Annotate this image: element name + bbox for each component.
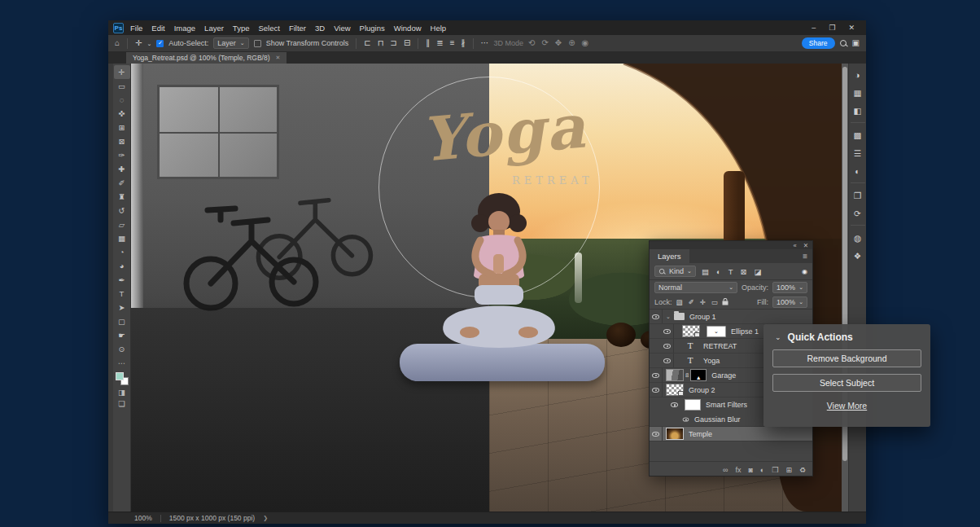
clone-stamp-tool[interactable]: ♜ <box>114 190 130 204</box>
align-left-edges-icon[interactable]: ⊏ <box>364 39 370 47</box>
crop-tool[interactable]: ⊞ <box>114 121 130 134</box>
brush-tool[interactable]: ✐ <box>114 176 130 190</box>
foreground-color-swatch[interactable] <box>116 372 124 380</box>
auto-select-checkbox[interactable]: ✓ <box>156 40 164 47</box>
new-layer-icon[interactable]: ⊞ <box>785 466 792 474</box>
filter-adjustment-layers-icon[interactable]: ◐ <box>716 267 721 276</box>
gradients-panel-icon[interactable]: ◧ <box>851 104 865 117</box>
pen-tool[interactable]: ✒ <box>114 273 130 287</box>
camera-3d-icon[interactable]: ◉ <box>582 39 589 47</box>
view-more-link[interactable]: View More <box>763 401 930 411</box>
properties-panel-icon[interactable]: ☰ <box>851 147 865 160</box>
smart-filter-mask-thumbnail[interactable] <box>685 399 701 411</box>
swatches-panel-icon[interactable]: ▦ <box>851 86 865 99</box>
layer-mask-thumbnail[interactable]: ▲ <box>690 369 707 381</box>
layer-row-temple[interactable]: Temple <box>650 427 812 441</box>
libraries-panel-icon[interactable]: ❐ <box>851 182 865 202</box>
minimize-button[interactable]: – <box>812 24 816 32</box>
delete-layer-icon[interactable]: ♻ <box>799 466 806 474</box>
image-layer-thumbnail[interactable] <box>666 428 684 440</box>
close-panel-icon[interactable]: ✕ <box>803 242 808 249</box>
filter-smart-objects-icon[interactable]: ◪ <box>754 267 761 276</box>
dodge-tool[interactable]: ◕ <box>114 259 130 273</box>
color-panel-icon[interactable]: ◑ <box>851 68 865 81</box>
menu-item[interactable]: 3D <box>315 24 325 33</box>
slide-3d-icon[interactable]: ⊕ <box>568 39 575 47</box>
hand-tool[interactable]: ☛ <box>114 328 130 342</box>
auto-select-target-dropdown[interactable]: Layer ⌄ <box>213 37 248 49</box>
status-chevron-icon[interactable]: ❯ <box>263 515 268 521</box>
menu-item[interactable]: Edit <box>151 24 164 33</box>
marquee-tool[interactable]: ▭ <box>114 79 130 93</box>
eyedropper-tool[interactable]: ✑ <box>114 148 130 162</box>
menu-item[interactable]: Select <box>258 24 279 33</box>
image-layer-thumbnail[interactable] <box>666 369 684 381</box>
lock-transparent-pixels-icon[interactable]: ▨ <box>676 298 683 306</box>
menu-item[interactable]: Window <box>394 24 422 33</box>
vertical-scrollbar[interactable] <box>842 64 848 512</box>
screen-mode-icon[interactable]: ❏ <box>118 399 125 408</box>
layer-style-icon[interactable]: fx <box>735 466 741 474</box>
menu-item[interactable]: Type <box>233 24 250 33</box>
link-layers-icon[interactable]: ∞ <box>723 466 728 474</box>
type-layer-thumbnail[interactable]: T <box>682 356 698 365</box>
vector-mask-thumbnail[interactable]: ⌄ <box>707 326 726 337</box>
menu-item[interactable]: Image <box>174 24 195 33</box>
distribute-horizontal-icon[interactable]: ∥ <box>426 39 430 47</box>
move-tool[interactable]: ✛ <box>114 65 130 79</box>
color-swatches[interactable] <box>116 372 129 385</box>
shape-layer-thumbnail[interactable] <box>682 325 700 337</box>
smart-object-thumbnail[interactable] <box>666 384 684 396</box>
quick-mask-icon[interactable]: ◨ <box>118 388 125 397</box>
workspace-icon[interactable]: ▣ <box>852 39 860 47</box>
pan-3d-icon[interactable]: ✥ <box>555 39 562 47</box>
edit-toolbar-button[interactable]: ⋯ <box>114 356 130 370</box>
lock-position-icon[interactable]: ✛ <box>700 298 706 306</box>
path-selection-tool[interactable]: ➤ <box>114 301 130 314</box>
distribute-centers-icon[interactable]: ≣ <box>436 39 443 47</box>
close-button[interactable]: ✕ <box>848 24 855 32</box>
align-top-edges-icon[interactable]: ⊟ <box>404 39 410 47</box>
collapse-panel-icon[interactable]: « <box>794 242 797 249</box>
menu-item[interactable]: File <box>130 24 142 33</box>
shape-tool[interactable]: ▢ <box>114 314 130 328</box>
layer-row-group-1[interactable]: ⌄ Group 1 <box>650 310 812 324</box>
patterns-panel-icon[interactable]: ▩ <box>851 122 865 142</box>
filter-toggle-icon[interactable]: ◉ <box>802 268 807 275</box>
zoom-level[interactable]: 100% <box>134 514 152 522</box>
layers-tab[interactable]: Layers <box>650 249 689 263</box>
mask-link-icon[interactable]: 8 <box>685 371 689 379</box>
history-brush-tool[interactable]: ↺ <box>114 204 130 217</box>
fill-value-dropdown[interactable]: 100% ⌄ <box>772 296 807 308</box>
chevron-down-icon[interactable]: ⌄ <box>147 41 151 46</box>
gradient-tool[interactable]: ▦ <box>114 231 130 245</box>
blur-tool[interactable]: ◔ <box>114 245 130 259</box>
eraser-tool[interactable]: ▱ <box>114 217 130 231</box>
tab-close-icon[interactable]: ✕ <box>276 55 281 61</box>
layers-panel-icon[interactable]: ❖ <box>851 249 865 262</box>
select-subject-button[interactable]: Select Subject <box>772 374 921 392</box>
filter-kind-dropdown[interactable]: Kind ⌄ <box>654 266 696 277</box>
remove-background-button[interactable]: Remove Background <box>772 349 921 367</box>
search-icon[interactable] <box>840 40 847 47</box>
comments-panel-icon[interactable]: ◍ <box>851 225 865 244</box>
menu-item[interactable]: Filter <box>289 24 306 33</box>
align-right-edges-icon[interactable]: ⊐ <box>390 39 396 47</box>
panel-menu-icon[interactable]: ≡ <box>798 252 812 263</box>
orbit-3d-icon[interactable]: ⟲ <box>528 39 535 47</box>
lock-image-pixels-icon[interactable]: ✐ <box>689 298 694 306</box>
add-layer-mask-icon[interactable]: ◙ <box>748 466 752 474</box>
lasso-tool[interactable]: ◌ <box>114 93 130 107</box>
filter-type-layers-icon[interactable]: T <box>728 267 733 276</box>
menu-item[interactable]: View <box>334 24 350 33</box>
filter-shape-layers-icon[interactable]: ⊠ <box>740 267 746 276</box>
menu-item[interactable]: Plugins <box>360 24 385 33</box>
visibility-eye-icon[interactable] <box>683 417 689 421</box>
quick-actions-header[interactable]: ⌄ Quick Actions <box>763 324 930 343</box>
frame-tool[interactable]: ⊠ <box>114 134 130 148</box>
document-tab[interactable]: Yoga_Retreat.psd @ 100% (Temple, RGB/8) … <box>126 52 287 64</box>
more-options-icon[interactable]: ⋯ <box>481 39 489 47</box>
healing-brush-tool[interactable]: ✚ <box>114 162 130 176</box>
new-group-icon[interactable]: ❒ <box>772 466 778 474</box>
zoom-tool[interactable]: ⊙ <box>114 342 130 356</box>
